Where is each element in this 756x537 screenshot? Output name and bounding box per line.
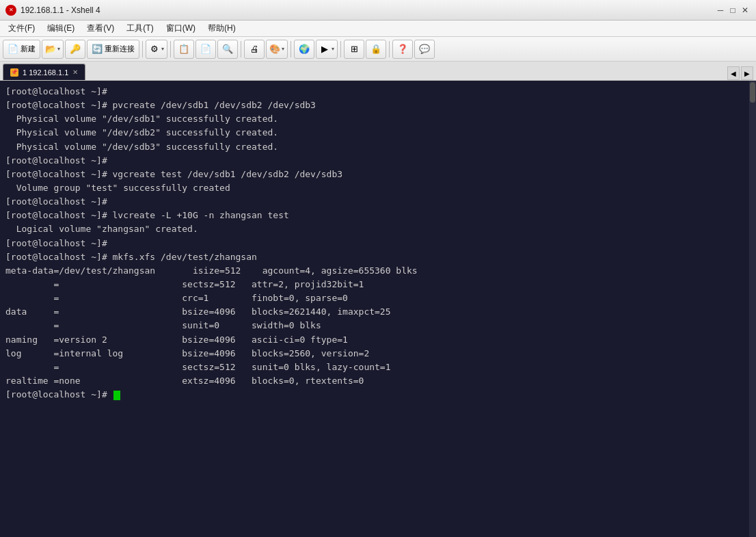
tab-label: 1 192.168.1.1 [23,68,68,77]
reconnect-icon: 🔄 [92,44,103,55]
script-icon: ▶ [319,44,330,55]
terminal-cursor [113,391,120,400]
chat-icon: 💬 [419,44,430,55]
open-icon: 📂 [45,44,56,55]
menu-tools[interactable]: 工具(T) [121,21,159,36]
lock-button[interactable]: 🔒 [366,40,386,59]
script-arrow-icon: ▾ [332,46,334,52]
help-icon: ❓ [397,44,408,55]
title-bar: 192.168.1.1 - Xshell 4 ─ □ ✕ [0,0,756,21]
search-icon: 🔍 [222,44,233,55]
separator-2 [170,41,171,57]
copy-icon: 📋 [178,44,189,55]
print-button[interactable]: 🖨 [244,40,265,59]
globe-button[interactable]: 🌍 [294,40,314,59]
maximize-button[interactable]: □ [727,5,738,16]
minimize-button[interactable]: ─ [715,5,726,16]
separator-3 [241,41,241,57]
terminal[interactable]: [root@localhost ~]# [root@localhost ~]# … [0,81,756,537]
reconnect-label: 重新连接 [105,44,135,54]
reconnect-button[interactable]: 🔄 重新连接 [87,40,139,59]
close-button[interactable]: ✕ [740,5,751,16]
tab-close-button[interactable]: ✕ [72,68,78,76]
separator-4 [291,41,291,57]
settings-arrow-icon: ▾ [161,46,164,52]
print-icon: 🖨 [249,44,260,55]
new-icon: 📄 [8,44,18,55]
key-button[interactable]: 🔑 [65,40,85,59]
find-button[interactable]: 🔍 [217,40,238,59]
new-label: 新建 [21,44,36,54]
app-icon [5,5,16,16]
help-button[interactable]: ❓ [392,40,413,59]
script-dropdown[interactable]: ▶ ▾ [316,40,338,59]
separator-1 [142,41,143,57]
color-icon: 🎨 [269,44,280,55]
settings-dropdown[interactable]: ⚙ ▾ [146,40,167,59]
tab-next-button[interactable]: ▶ [741,66,753,80]
separator-5 [340,41,341,57]
menu-bar: 文件(F) 编辑(E) 查看(V) 工具(T) 窗口(W) 帮助(H) [0,21,756,37]
menu-help[interactable]: 帮助(H) [202,21,241,36]
menu-window[interactable]: 窗口(W) [161,21,201,36]
globe-icon: 🌍 [299,44,310,55]
scrollbar-thumb[interactable] [750,82,755,103]
color-dropdown[interactable]: 🎨 ▾ [266,40,288,59]
tab-prev-button[interactable]: ◀ [727,66,740,80]
menu-edit[interactable]: 编辑(E) [42,21,80,36]
menu-file[interactable]: 文件(F) [3,21,40,36]
tab-bar: 📌 1 192.168.1.1 ✕ ◀ ▶ [0,62,756,81]
key-icon: 🔑 [70,44,81,55]
tool1-button[interactable]: ⊞ [344,40,364,59]
open-arrow-icon: ▾ [57,46,60,52]
grid-icon: ⊞ [349,44,360,55]
terminal-output: [root@localhost ~]# [root@localhost ~]# … [5,85,751,402]
title-left: 192.168.1.1 - Xshell 4 [5,5,100,16]
open-dropdown[interactable]: 📂 ▾ [42,40,64,59]
color-arrow-icon: ▾ [282,46,284,52]
menu-view[interactable]: 查看(V) [81,21,120,36]
tab-navigation[interactable]: ◀ ▶ [727,66,753,80]
tab-pin-icon: 📌 [10,68,18,77]
paste-icon: 📄 [200,44,211,55]
chat-button[interactable]: 💬 [414,40,435,59]
tab-session[interactable]: 📌 1 192.168.1.1 ✕ [3,64,85,80]
scrollbar[interactable] [749,81,756,537]
toolbar: 📄 新建 📂 ▾ 🔑 🔄 重新连接 ⚙ ▾ 📋 📄 🔍 🖨 🎨 ▾ 🌍 ▶ ▾ [0,37,756,62]
paste-button[interactable]: 📄 [195,40,216,59]
lock-icon: 🔒 [370,44,381,55]
window-title: 192.168.1.1 - Xshell 4 [21,5,100,15]
settings-icon: ⚙ [149,44,160,55]
separator-6 [389,41,390,57]
new-button[interactable]: 📄 新建 [3,40,40,59]
copy-button[interactable]: 📋 [174,40,194,59]
window-controls[interactable]: ─ □ ✕ [715,5,751,16]
